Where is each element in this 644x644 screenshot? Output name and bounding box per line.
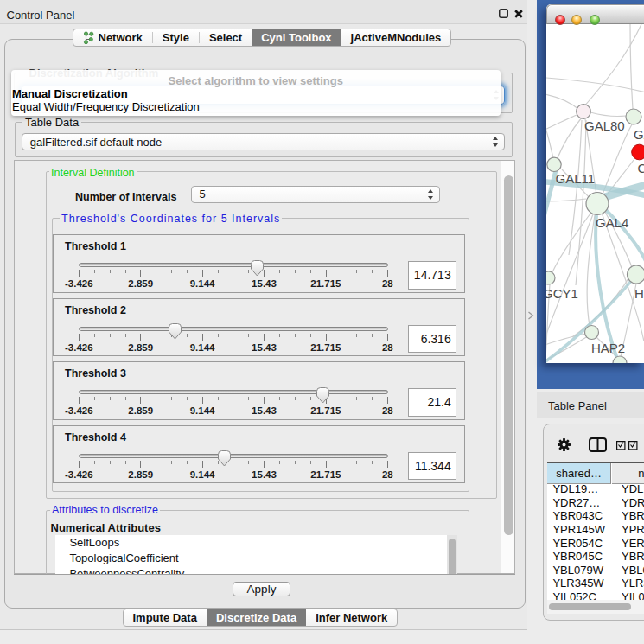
svg-text:GCY1: GCY1 [546,286,578,301]
svg-text:HAP2: HAP2 [591,341,625,355]
svg-text:GAL80: GAL80 [584,118,625,133]
svg-text:GAL: GAL [634,127,644,142]
svg-text:H: H [634,286,644,301]
svg-text:C: C [638,161,644,175]
svg-text:GAL4: GAL4 [596,215,628,230]
svg-text:GAL11: GAL11 [556,171,596,186]
